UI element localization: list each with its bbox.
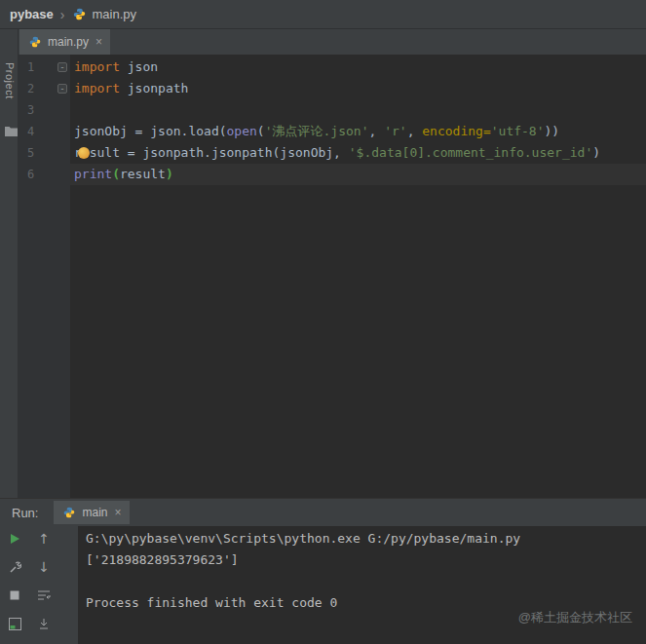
editor-code[interactable]: import jsonimport jsonpathjsonObj = json… — [70, 55, 646, 498]
console-line — [86, 571, 646, 592]
code-token: ) — [166, 167, 173, 181]
folder-icon[interactable] — [3, 123, 19, 138]
watermark: @稀土掘金技术社区 — [518, 609, 632, 626]
code-token: 'utf-8' — [491, 124, 545, 138]
editor-tab-label: main.py — [48, 35, 89, 49]
code-line[interactable]: jsonObj = json.load(open('沸点评论.json', 'r… — [70, 121, 646, 142]
editor-tab-mainpy[interactable]: main.py × — [19, 29, 110, 55]
console-line: ['2189882895379623'] — [86, 549, 646, 571]
fold-marker-icon[interactable]: - — [57, 84, 67, 94]
code-token: '$.data[0].comment_info.user_id' — [349, 145, 592, 160]
code-token: encoding= — [422, 124, 490, 138]
code-token: ) — [592, 145, 600, 160]
code-token: result = jsonpath.jsonpath(jsonObj, — [74, 145, 349, 160]
settings-wrench-icon[interactable] — [7, 559, 22, 575]
code-line[interactable]: import jsonpath — [70, 78, 646, 99]
code-token: json — [120, 59, 158, 74]
line-number: 6 — [19, 164, 70, 185]
breadcrumb-project[interactable]: pybase — [10, 7, 54, 21]
code-token: , — [407, 124, 423, 138]
main-area: Project main.py × 1-2-3456 import jsonim… — [0, 29, 646, 498]
code-token: import — [74, 81, 120, 95]
code-line[interactable]: import json — [70, 57, 646, 78]
editor-column: main.py × 1-2-3456 import jsonimport jso… — [19, 29, 646, 498]
code-token: import — [74, 59, 120, 74]
scroll-to-end-icon[interactable] — [36, 616, 52, 631]
code-token: , — [368, 124, 384, 138]
run-toolbar-left — [0, 526, 29, 644]
code-token: print — [74, 167, 112, 181]
run-tab-main[interactable]: main × — [54, 501, 129, 524]
stop-button[interactable] — [7, 587, 22, 603]
code-token: )) — [545, 124, 560, 138]
close-icon[interactable]: × — [114, 506, 121, 519]
project-tool-button[interactable]: Project — [4, 62, 16, 99]
breadcrumb: pybase › main.py — [0, 0, 646, 29]
python-icon — [71, 7, 87, 22]
code-token: ( — [112, 167, 120, 181]
editor-tab-bar: main.py × — [19, 29, 646, 55]
line-number: 1- — [19, 57, 70, 78]
line-number: 2- — [19, 78, 70, 99]
line-number: 3 — [19, 99, 70, 121]
down-arrow-icon[interactable]: ↓ — [36, 559, 52, 575]
close-icon[interactable]: × — [95, 35, 102, 49]
rerun-button[interactable] — [7, 531, 22, 547]
editor[interactable]: 1-2-3456 import jsonimport jsonpathjsonO… — [19, 55, 646, 498]
run-tab-label: main — [82, 506, 107, 519]
pycharm-window: pybase › main.py Project main.py — [0, 0, 646, 644]
console-line: G:\py\pybase\venv\Scripts\python.exe G:/… — [86, 528, 646, 549]
run-toolbar-right: ↑ ↓ — [29, 526, 58, 644]
line-number: 5 — [19, 142, 70, 164]
soft-wrap-icon[interactable] — [36, 587, 52, 603]
code-line[interactable]: result = jsonpath.jsonpath(jsonObj, '$.d… — [70, 142, 646, 164]
run-toolbar: ↑ ↓ — [0, 526, 78, 644]
line-number: 4 — [19, 121, 70, 142]
python-icon — [61, 505, 77, 520]
code-line[interactable]: print(result) — [70, 164, 646, 185]
python-icon — [27, 34, 43, 50]
code-token: open — [227, 124, 257, 138]
code-line[interactable] — [70, 99, 646, 121]
up-arrow-icon[interactable]: ↑ — [36, 531, 52, 547]
fold-marker-icon[interactable]: - — [57, 62, 67, 72]
code-token: 'r' — [384, 124, 406, 138]
run-panel-title: Run: — [12, 506, 38, 520]
code-token: jsonpath — [120, 81, 188, 95]
left-tool-strip: Project — [0, 29, 19, 498]
run-marker-icon[interactable] — [78, 147, 90, 159]
restore-layout-icon[interactable] — [7, 616, 22, 631]
code-token: '沸点评论.json' — [265, 124, 369, 138]
chevron-right-icon: › — [60, 7, 65, 22]
run-panel-header: Run: main × — [0, 499, 646, 526]
code-token: result — [120, 167, 166, 181]
code-token: jsonObj = json.load( — [74, 124, 227, 138]
editor-gutter: 1-2-3456 — [19, 55, 70, 498]
breadcrumb-file-label: main.py — [92, 7, 136, 21]
code-token: ( — [257, 124, 265, 138]
breadcrumb-file[interactable]: main.py — [71, 7, 136, 22]
